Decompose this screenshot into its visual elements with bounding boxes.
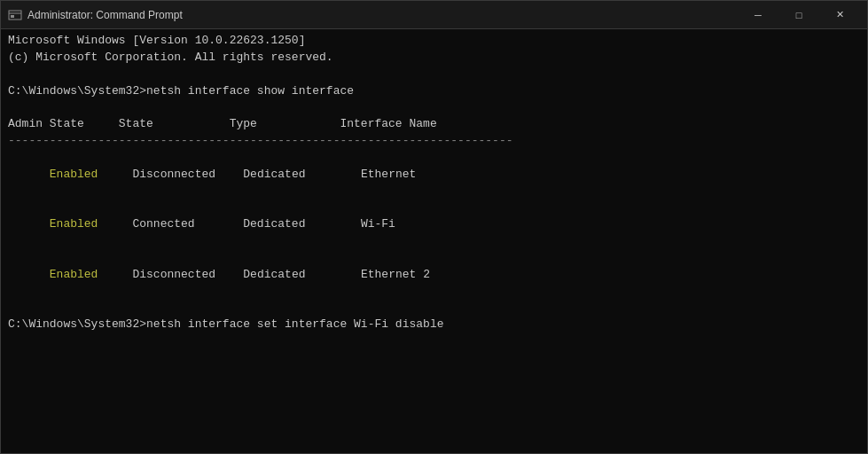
cmd-window: Administrator: Command Prompt ─ □ ✕ Micr…: [0, 0, 868, 454]
command-line-1: C:\Windows\System32>netsh interface show…: [8, 83, 860, 100]
blank-line-2: [8, 99, 860, 116]
row3-admin: Enabled: [50, 268, 98, 281]
table-row-2: Enabled Connected Dedicated Wi-Fi: [8, 200, 860, 250]
row1-spacing1: [98, 168, 132, 181]
blank-line-1: [8, 67, 860, 83]
title-bar: Administrator: Command Prompt ─ □ ✕: [1, 1, 867, 29]
command-line-2: C:\Windows\System32>netsh interface set …: [8, 317, 860, 333]
row2-state: Connected: [132, 217, 194, 231]
row1-type: Dedicated: [243, 168, 305, 181]
row2-iface: Wi-Fi: [361, 217, 395, 231]
close-button[interactable]: ✕: [819, 1, 860, 29]
window-controls: ─ □ ✕: [738, 1, 860, 29]
separator-text: ----------------------------------------…: [8, 134, 513, 147]
row1-admin: Enabled: [50, 168, 98, 181]
row1-iface: Ethernet: [361, 168, 416, 181]
row3-state: Disconnected: [132, 268, 215, 281]
row2-type: Dedicated: [243, 217, 305, 231]
row1-spacing3: [306, 168, 361, 181]
row2-spacing2: [195, 217, 244, 231]
header-text: Admin State State Type Interface Name: [8, 117, 437, 130]
svg-rect-2: [11, 15, 14, 18]
table-row-3: Enabled Disconnected Dedicated Ethernet …: [8, 250, 860, 301]
version-line-1: Microsoft Windows [Version 10.0.22623.12…: [8, 33, 860, 50]
minimize-button[interactable]: ─: [738, 1, 778, 29]
blank-line-3: [8, 301, 860, 317]
window-title: Administrator: Command Prompt: [27, 9, 738, 21]
row3-spacing1: [98, 268, 132, 281]
row3-spacing3: [306, 268, 361, 281]
terminal-output[interactable]: Microsoft Windows [Version 10.0.22623.12…: [1, 29, 867, 453]
maximize-button[interactable]: □: [778, 1, 819, 29]
row1-state: Disconnected: [132, 168, 215, 181]
table-header: Admin State State Type Interface Name: [8, 116, 860, 133]
version-line-2: (c) Microsoft Corporation. All rights re…: [8, 50, 860, 67]
row1-spacing2: [215, 168, 243, 181]
table-separator: ----------------------------------------…: [8, 133, 860, 150]
row2-spacing1: [98, 217, 132, 231]
row3-iface: Ethernet 2: [361, 268, 430, 281]
window-icon: [8, 8, 22, 22]
blank-line-4: [8, 333, 860, 350]
prompt-1: C:\Windows\System32>netsh interface show…: [8, 84, 354, 98]
table-row-1: Enabled Disconnected Dedicated Ethernet: [8, 150, 860, 200]
prompt-2: C:\Windows\System32>netsh interface set …: [8, 317, 443, 331]
row3-spacing2: [215, 268, 243, 281]
row2-admin: Enabled: [50, 217, 98, 231]
row3-type: Dedicated: [243, 268, 305, 281]
row2-spacing3: [305, 217, 360, 231]
